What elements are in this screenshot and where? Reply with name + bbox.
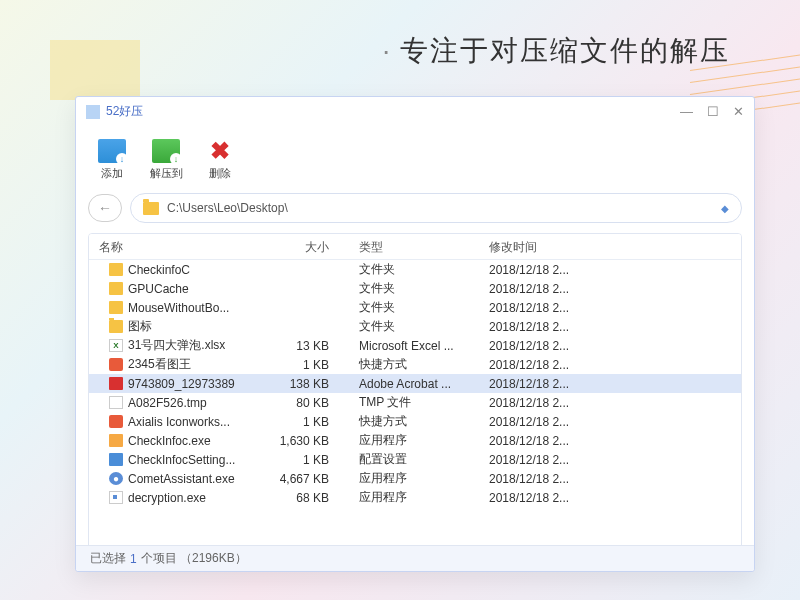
cell-date: 2018/12/18 2... <box>479 491 741 505</box>
maximize-button[interactable]: ☐ <box>707 104 719 119</box>
cell-size: 1 KB <box>244 415 349 429</box>
delete-icon: ✖ <box>206 139 234 163</box>
cell-size: 138 KB <box>244 377 349 391</box>
table-row[interactable]: ●CometAssistant.exe4,667 KB应用程序2018/12/1… <box>89 469 741 488</box>
cell-name: CheckInfocSetting... <box>89 453 244 467</box>
cell-size: 80 KB <box>244 396 349 410</box>
comet-icon: ● <box>109 472 123 485</box>
back-button[interactable]: ← <box>88 194 122 222</box>
table-row[interactable]: 2345看图王1 KB快捷方式2018/12/18 2... <box>89 355 741 374</box>
cell-type: 文件夹 <box>349 299 479 316</box>
cell-name: X31号四大弹泡.xlsx <box>89 337 244 354</box>
exe2-icon <box>109 453 123 466</box>
table-row[interactable]: 9743809_12973389138 KBAdobe Acrobat ...2… <box>89 374 741 393</box>
cell-type: 应用程序 <box>349 432 479 449</box>
cell-size: 1,630 KB <box>244 434 349 448</box>
cell-name: CheckInfoc.exe <box>89 434 244 448</box>
table-row[interactable]: MouseWithoutBo...文件夹2018/12/18 2... <box>89 298 741 317</box>
cell-type: 应用程序 <box>349 489 479 506</box>
folder-icon <box>109 320 123 333</box>
shortcut-icon <box>109 358 123 371</box>
cell-type: Adobe Acrobat ... <box>349 377 479 391</box>
path-bar[interactable]: C:\Users\Leo\Desktop\ ◆ <box>130 193 742 223</box>
add-button[interactable]: 添加 <box>88 139 136 181</box>
tagline: ·专注于对压缩文件的解压 <box>382 32 730 70</box>
cell-name: 2345看图王 <box>89 356 244 373</box>
cell-date: 2018/12/18 2... <box>479 358 741 372</box>
tmp-icon <box>109 396 123 409</box>
cell-name: decryption.exe <box>89 491 244 505</box>
cell-type: 配置设置 <box>349 451 479 468</box>
cell-type: 文件夹 <box>349 261 479 278</box>
add-icon <box>98 139 126 163</box>
cell-date: 2018/12/18 2... <box>479 415 741 429</box>
nav-row: ← C:\Users\Leo\Desktop\ ◆ <box>76 189 754 227</box>
cell-date: 2018/12/18 2... <box>479 282 741 296</box>
cell-type: 文件夹 <box>349 280 479 297</box>
table-row[interactable]: Axialis Iconworks...1 KB快捷方式2018/12/18 2… <box>89 412 741 431</box>
folder-icon <box>109 282 123 295</box>
titlebar: 52好压 — ☐ ✕ <box>76 97 754 127</box>
toolbar: 添加 解压到 ✖ 删除 <box>76 127 754 189</box>
app-title: 52好压 <box>106 103 680 120</box>
cell-name: GPUCache <box>89 282 244 296</box>
cell-size: 13 KB <box>244 339 349 353</box>
table-row[interactable]: 图标文件夹2018/12/18 2... <box>89 317 741 336</box>
table-row[interactable]: A082F526.tmp80 KBTMP 文件2018/12/18 2... <box>89 393 741 412</box>
cell-name: A082F526.tmp <box>89 396 244 410</box>
delete-button[interactable]: ✖ 删除 <box>196 139 244 181</box>
extract-icon <box>152 139 180 163</box>
col-type[interactable]: 类型 <box>349 234 479 259</box>
table-row[interactable]: CheckInfocSetting...1 KB配置设置2018/12/18 2… <box>89 450 741 469</box>
cell-name: ●CometAssistant.exe <box>89 472 244 486</box>
exe1-icon <box>109 434 123 447</box>
col-name[interactable]: 名称 <box>89 234 244 259</box>
cell-date: 2018/12/18 2... <box>479 453 741 467</box>
shortcut-icon <box>109 415 123 428</box>
cell-name: Axialis Iconworks... <box>89 415 244 429</box>
cell-size: 1 KB <box>244 453 349 467</box>
chevron-down-icon[interactable]: ◆ <box>721 203 729 214</box>
cell-name: CheckinfoC <box>89 263 244 277</box>
app-window: 52好压 — ☐ ✕ 添加 解压到 ✖ 删除 ← C:\Users\Leo\De… <box>75 96 755 572</box>
cell-date: 2018/12/18 2... <box>479 434 741 448</box>
statusbar: 已选择 1 个项目 （2196KB） <box>76 545 754 571</box>
table-row[interactable]: CheckInfoc.exe1,630 KB应用程序2018/12/18 2..… <box>89 431 741 450</box>
cell-date: 2018/12/18 2... <box>479 472 741 486</box>
cell-date: 2018/12/18 2... <box>479 263 741 277</box>
file-list: 名称 大小 类型 修改时间 CheckinfoC文件夹2018/12/18 2.… <box>88 233 742 555</box>
cell-type: 应用程序 <box>349 470 479 487</box>
cell-type: Microsoft Excel ... <box>349 339 479 353</box>
cell-size: 68 KB <box>244 491 349 505</box>
extract-button[interactable]: 解压到 <box>142 139 190 181</box>
col-size[interactable]: 大小 <box>244 234 349 259</box>
table-row[interactable]: GPUCache文件夹2018/12/18 2... <box>89 279 741 298</box>
cell-size: 1 KB <box>244 358 349 372</box>
cell-date: 2018/12/18 2... <box>479 301 741 315</box>
cell-type: TMP 文件 <box>349 394 479 411</box>
cell-type: 快捷方式 <box>349 356 479 373</box>
table-row[interactable]: decryption.exe68 KB应用程序2018/12/18 2... <box>89 488 741 507</box>
cell-type: 快捷方式 <box>349 413 479 430</box>
cell-date: 2018/12/18 2... <box>479 320 741 334</box>
minimize-button[interactable]: — <box>680 104 693 119</box>
cell-name: 图标 <box>89 318 244 335</box>
folder-icon <box>109 263 123 276</box>
cell-size: 4,667 KB <box>244 472 349 486</box>
path-text: C:\Users\Leo\Desktop\ <box>167 201 713 215</box>
folder-icon <box>143 202 159 215</box>
close-button[interactable]: ✕ <box>733 104 744 119</box>
table-row[interactable]: CheckinfoC文件夹2018/12/18 2... <box>89 260 741 279</box>
list-header: 名称 大小 类型 修改时间 <box>89 234 741 260</box>
app-icon <box>86 105 100 119</box>
cell-date: 2018/12/18 2... <box>479 377 741 391</box>
excel-icon: X <box>109 339 123 352</box>
cell-name: 9743809_12973389 <box>89 377 244 391</box>
table-row[interactable]: X31号四大弹泡.xlsx13 KBMicrosoft Excel ...201… <box>89 336 741 355</box>
cell-name: MouseWithoutBo... <box>89 301 244 315</box>
cell-date: 2018/12/18 2... <box>479 396 741 410</box>
folder-icon <box>109 301 123 314</box>
col-date[interactable]: 修改时间 <box>479 234 741 259</box>
exe3-icon <box>109 491 123 504</box>
pdf-icon <box>109 377 123 390</box>
